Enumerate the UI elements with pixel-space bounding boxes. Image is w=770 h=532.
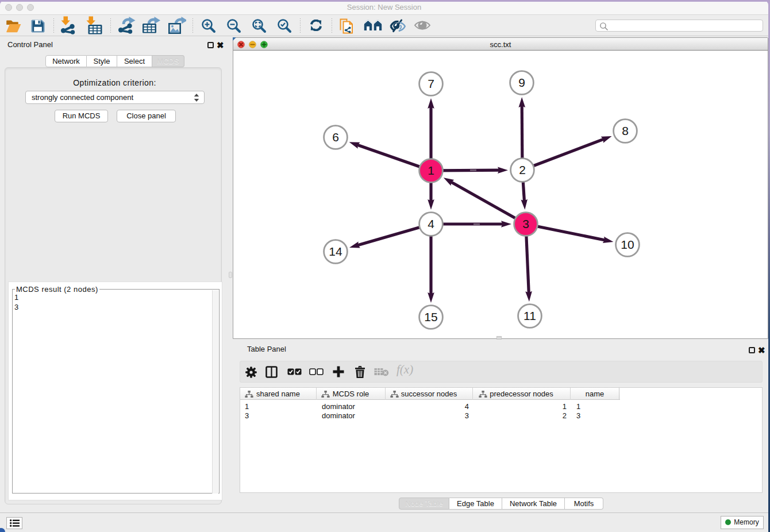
- svg-text:14: 14: [329, 245, 342, 258]
- svg-text:9: 9: [518, 76, 525, 89]
- svg-text:11: 11: [523, 309, 536, 322]
- svg-text:3: 3: [522, 217, 529, 230]
- svg-text:7: 7: [428, 77, 434, 90]
- svg-text:6: 6: [332, 130, 339, 144]
- svg-text:10: 10: [621, 238, 634, 251]
- svg-text:1: 1: [428, 164, 434, 177]
- svg-text:2: 2: [519, 163, 526, 176]
- svg-text:4: 4: [428, 217, 434, 230]
- svg-text:8: 8: [622, 124, 629, 137]
- svg-text:15: 15: [424, 310, 437, 323]
